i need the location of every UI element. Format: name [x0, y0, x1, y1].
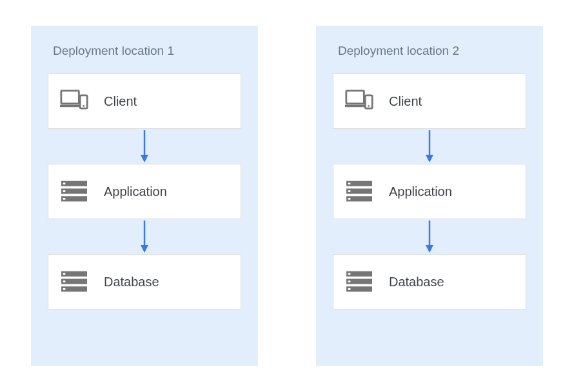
svg-rect-20 [346, 91, 364, 104]
deployment-location-panel: Deployment location 1 Client [31, 26, 258, 366]
svg-rect-19 [63, 288, 66, 290]
database-node: Database [48, 254, 241, 309]
server-icon [345, 268, 373, 296]
server-icon [60, 177, 88, 206]
panel-title: Deployment location 1 [53, 44, 174, 58]
node-label: Client [389, 94, 422, 109]
svg-rect-9 [63, 190, 66, 192]
application-node: Application [333, 164, 526, 219]
svg-rect-31 [348, 198, 351, 200]
svg-marker-5 [141, 155, 148, 162]
arrow-down-icon [423, 219, 436, 254]
svg-point-3 [83, 105, 84, 107]
client-node: Client [333, 74, 526, 129]
svg-rect-39 [348, 288, 351, 290]
server-icon [345, 177, 373, 206]
svg-marker-33 [426, 245, 433, 253]
database-node: Database [333, 254, 526, 309]
svg-rect-37 [348, 280, 351, 282]
devices-icon [345, 87, 373, 115]
arrow-down-icon [423, 129, 436, 164]
node-label: Application [104, 184, 167, 199]
svg-rect-15 [63, 273, 66, 275]
devices-icon [60, 87, 88, 115]
server-icon [60, 268, 88, 296]
panel-title: Deployment location 2 [338, 44, 459, 58]
svg-rect-11 [63, 198, 66, 200]
svg-rect-7 [63, 182, 66, 184]
node-label: Client [104, 94, 137, 109]
svg-marker-13 [141, 245, 148, 253]
arrow-down-icon [138, 129, 151, 164]
svg-rect-29 [348, 190, 351, 192]
svg-rect-35 [348, 273, 351, 275]
svg-rect-0 [61, 91, 79, 104]
svg-marker-25 [426, 155, 433, 162]
node-label: Database [104, 275, 159, 289]
node-label: Database [389, 275, 444, 289]
arrow-down-icon [138, 219, 151, 254]
svg-rect-21 [345, 105, 365, 108]
client-node: Client [48, 74, 241, 129]
svg-rect-17 [63, 280, 66, 282]
svg-point-23 [368, 105, 370, 107]
application-node: Application [48, 164, 241, 219]
svg-rect-1 [60, 105, 80, 108]
deployment-location-panel: Deployment location 2 Client [316, 26, 543, 366]
svg-rect-27 [348, 182, 351, 184]
node-label: Application [389, 184, 452, 199]
